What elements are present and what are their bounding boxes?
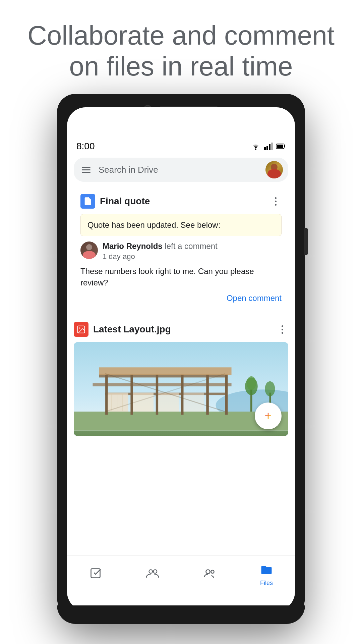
open-comment-button[interactable]: Open comment xyxy=(80,293,282,303)
nav-item-priority[interactable] xyxy=(87,565,104,583)
more-options-btn-2[interactable] xyxy=(276,323,288,335)
svg-rect-1 xyxy=(264,147,266,150)
status-time: 8:00 xyxy=(76,141,95,152)
hero-section: Collaborate and comment on files in real… xyxy=(0,20,362,82)
files-icon xyxy=(258,561,275,578)
svg-point-44 xyxy=(211,570,214,573)
hamburger-menu-icon[interactable] xyxy=(79,164,93,176)
svg-rect-6 xyxy=(284,145,285,147)
hero-title: Collaborate and comment on files in real… xyxy=(20,20,342,82)
svg-point-42 xyxy=(154,570,157,573)
commenter-name: Mario Reynolds xyxy=(103,241,163,251)
shared-icon xyxy=(144,565,161,582)
card-title-2: Latest Layout.jpg xyxy=(93,324,276,335)
svg-point-35 xyxy=(247,376,256,390)
svg-rect-4 xyxy=(271,143,273,150)
wifi-icon xyxy=(251,143,261,150)
search-input[interactable]: Search in Drive xyxy=(99,165,260,175)
card-header-2: Latest Layout.jpg xyxy=(74,322,288,337)
commenter-avatar xyxy=(80,241,98,259)
svg-rect-21 xyxy=(181,374,184,415)
doc-icon xyxy=(80,194,95,209)
search-bar[interactable]: Search in Drive xyxy=(74,158,288,182)
comment-section: Mario Reynolds left a comment 1 day ago … xyxy=(80,240,282,304)
svg-rect-40 xyxy=(91,569,100,578)
signal-icon xyxy=(264,143,273,150)
priority-icon xyxy=(87,565,104,582)
battery-icon xyxy=(276,143,286,149)
svg-point-0 xyxy=(255,149,256,150)
notification-card-1: Final quote Quote has been updated. See … xyxy=(74,187,288,311)
svg-rect-7 xyxy=(277,145,283,148)
svg-rect-23 xyxy=(225,374,228,415)
quote-box: Quote has been updated. See below: xyxy=(80,214,282,236)
document-icon xyxy=(83,197,93,206)
nav-item-suggestions[interactable] xyxy=(201,565,218,583)
nav-item-shared[interactable] xyxy=(144,565,161,583)
svg-rect-2 xyxy=(266,146,268,150)
svg-point-11 xyxy=(79,327,80,329)
fab-button[interactable]: + xyxy=(255,402,282,429)
svg-point-37 xyxy=(265,381,275,396)
comment-time: 1 day ago xyxy=(103,252,282,261)
status-icons xyxy=(251,143,286,150)
status-bar: 8:00 xyxy=(67,138,295,155)
screen-content: 8:00 xyxy=(67,138,295,592)
power-button xyxy=(304,228,308,255)
commenter-info: Mario Reynolds left a comment 1 day ago xyxy=(103,241,282,261)
phone-screen: 8:00 xyxy=(67,107,295,610)
more-options-btn-1[interactable] xyxy=(269,195,282,207)
img-icon xyxy=(74,322,88,337)
phone-mockup: 8:00 xyxy=(57,94,305,624)
bottom-nav: Files xyxy=(67,555,295,592)
phone-body: 8:00 xyxy=(57,94,305,624)
plus-icon: + xyxy=(264,409,272,423)
svg-point-41 xyxy=(149,570,153,573)
quote-text: Quote has been updated. See below: xyxy=(87,220,220,229)
commenter-action: left a comment xyxy=(165,241,217,251)
commenter-row: Mario Reynolds left a comment 1 day ago xyxy=(80,241,282,261)
image-icon xyxy=(76,325,86,334)
svg-point-43 xyxy=(206,570,210,574)
card-title-1: Final quote xyxy=(100,196,269,207)
svg-rect-20 xyxy=(156,374,159,415)
svg-rect-3 xyxy=(269,144,270,150)
svg-rect-16 xyxy=(93,383,231,386)
suggestions-icon xyxy=(201,565,218,582)
svg-rect-24 xyxy=(99,367,231,375)
avatar[interactable] xyxy=(265,161,283,178)
svg-rect-19 xyxy=(130,374,133,415)
svg-rect-18 xyxy=(105,374,108,415)
comment-text: These numbers look right to me. Can you … xyxy=(80,266,282,288)
phone-bottom-bar xyxy=(57,605,305,624)
card-header-1: Final quote xyxy=(80,194,282,209)
nav-item-files[interactable]: Files xyxy=(258,561,275,587)
image-preview: + xyxy=(74,342,288,436)
nav-label-files: Files xyxy=(260,580,273,587)
notification-card-2: Latest Layout.jpg xyxy=(67,315,295,337)
